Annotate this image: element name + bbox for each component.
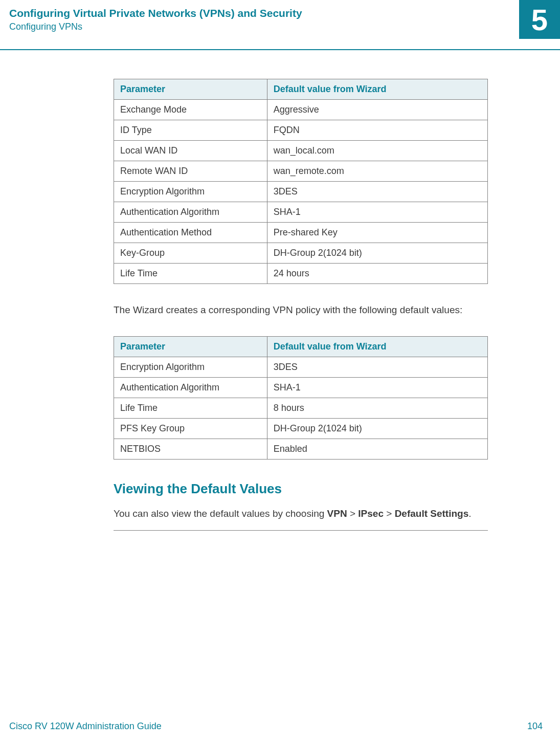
- footer-page-number: 104: [527, 721, 543, 732]
- cell-value: 3DES: [267, 357, 487, 377]
- table-row: Life Time8 hours: [114, 398, 488, 418]
- table-header-parameter: Parameter: [114, 79, 267, 100]
- cell-value: Aggressive: [267, 100, 487, 120]
- cell-value: DH-Group 2(1024 bit): [267, 243, 487, 264]
- table-row: Key-GroupDH-Group 2(1024 bit): [114, 243, 488, 264]
- vpn-policy-defaults-table: Parameter Default value from Wizard Encr…: [114, 336, 488, 460]
- cell-param: Encryption Algorithm: [114, 357, 267, 377]
- cell-param: ID Type: [114, 120, 267, 141]
- heading-viewing-default-values: Viewing the Default Values: [114, 481, 488, 497]
- table-row: PFS Key GroupDH-Group 2(1024 bit): [114, 418, 488, 439]
- cell-param: Authentication Method: [114, 223, 267, 243]
- cell-value: 24 hours: [267, 264, 487, 284]
- nav-sep: >: [384, 508, 395, 519]
- nav-step-vpn: VPN: [327, 508, 347, 519]
- table-row: Remote WAN IDwan_remote.com: [114, 161, 488, 182]
- table-row: Authentication MethodPre-shared Key: [114, 223, 488, 243]
- cell-param: PFS Key Group: [114, 418, 267, 439]
- cell-value: Pre-shared Key: [267, 223, 487, 243]
- chapter-number: 5: [519, 0, 560, 39]
- table-row: Authentication AlgorithmSHA-1: [114, 377, 488, 398]
- nav-step-ipsec: IPsec: [358, 508, 384, 519]
- cell-value: 8 hours: [267, 398, 487, 418]
- cell-param: NETBIOS: [114, 439, 267, 459]
- cell-param: Exchange Mode: [114, 100, 267, 120]
- cell-param: Key-Group: [114, 243, 267, 264]
- page-footer: Cisco RV 120W Administration Guide 104: [9, 721, 543, 732]
- section-rule: [114, 530, 488, 531]
- table-row: Life Time24 hours: [114, 264, 488, 284]
- cell-param: Encryption Algorithm: [114, 182, 267, 202]
- nav-step-default-settings: Default Settings: [395, 508, 469, 519]
- footer-guide-name: Cisco RV 120W Administration Guide: [9, 721, 162, 732]
- body-paragraph: The Wizard creates a corresponding VPN p…: [114, 303, 488, 317]
- table-header-value: Default value from Wizard: [267, 336, 487, 357]
- table-row: Encryption Algorithm3DES: [114, 357, 488, 377]
- table-header-value: Default value from Wizard: [267, 79, 487, 100]
- header-rule: [0, 49, 560, 50]
- nav-sep: >: [347, 508, 359, 519]
- cell-param: Remote WAN ID: [114, 161, 267, 182]
- cell-value: DH-Group 2(1024 bit): [267, 418, 487, 439]
- cell-value: SHA-1: [267, 377, 487, 398]
- page-header: Configuring Virtual Private Networks (VP…: [0, 0, 560, 38]
- nav-prefix: You can also view the default values by …: [114, 508, 327, 519]
- cell-param: Life Time: [114, 264, 267, 284]
- table-header-parameter: Parameter: [114, 336, 267, 357]
- nav-suffix: .: [468, 508, 471, 519]
- section-title: Configuring VPNs: [9, 21, 560, 32]
- ike-defaults-table: Parameter Default value from Wizard Exch…: [114, 79, 488, 284]
- cell-value: SHA-1: [267, 202, 487, 223]
- content-area: Parameter Default value from Wizard Exch…: [114, 79, 488, 531]
- chapter-title: Configuring Virtual Private Networks (VP…: [9, 7, 560, 19]
- cell-param: Authentication Algorithm: [114, 202, 267, 223]
- cell-param: Life Time: [114, 398, 267, 418]
- cell-value: wan_remote.com: [267, 161, 487, 182]
- table-row: Authentication AlgorithmSHA-1: [114, 202, 488, 223]
- table-row: ID TypeFQDN: [114, 120, 488, 141]
- nav-instruction: You can also view the default values by …: [114, 507, 488, 520]
- table-row: Exchange ModeAggressive: [114, 100, 488, 120]
- table-row: NETBIOSEnabled: [114, 439, 488, 459]
- cell-value: wan_local.com: [267, 141, 487, 161]
- cell-param: Authentication Algorithm: [114, 377, 267, 398]
- cell-value: FQDN: [267, 120, 487, 141]
- cell-param: Local WAN ID: [114, 141, 267, 161]
- cell-value: 3DES: [267, 182, 487, 202]
- cell-value: Enabled: [267, 439, 487, 459]
- table-row: Encryption Algorithm3DES: [114, 182, 488, 202]
- table-row: Local WAN IDwan_local.com: [114, 141, 488, 161]
